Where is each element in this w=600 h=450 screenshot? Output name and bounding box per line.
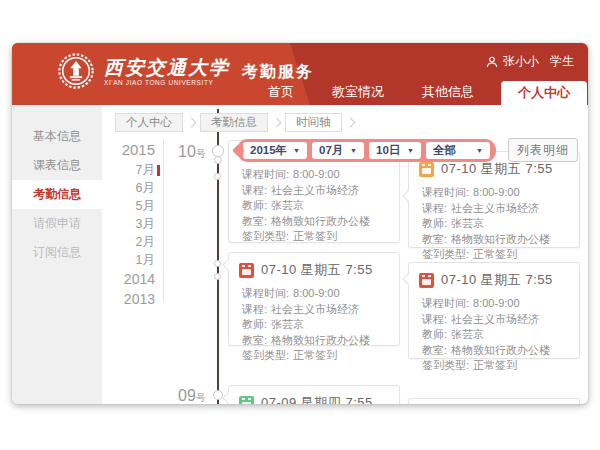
chevron-right-icon xyxy=(272,118,282,128)
field-value: 格物致知行政办公楼 xyxy=(451,233,550,245)
field-label: 教室: xyxy=(422,233,447,245)
type-dropdown[interactable]: 全部 ▼ xyxy=(426,142,490,159)
field-value: 正常签到 xyxy=(293,230,337,242)
field-value: 8:00-9:00 xyxy=(293,287,339,299)
field-value: 张芸京 xyxy=(451,328,484,340)
timeline-month-may[interactable]: 5月 xyxy=(70,197,155,215)
field-value: 格物致知行政办公楼 xyxy=(271,334,370,346)
chevron-down-icon: ▼ xyxy=(350,147,357,154)
field-label: 签到类型: xyxy=(242,349,289,361)
card-fields: 课程时间:8:00-9:00 课程:社会主义市场经济 教师:张芸京 教室:格物致… xyxy=(229,282,399,372)
calendar-icon xyxy=(239,396,254,405)
breadcrumb-timeline[interactable]: 时间轴 xyxy=(285,113,342,132)
field-label: 签到类型: xyxy=(422,248,469,260)
day-label-09: 09号 xyxy=(178,387,206,404)
timeline-month-jan[interactable]: 1月 xyxy=(70,251,155,269)
field-label: 课程时间: xyxy=(242,168,289,180)
timeline-node-dot xyxy=(214,273,221,280)
attendance-card: 07-10 星期五 7:55 课程时间:8:00-9:00 课程:社会主义市场经… xyxy=(408,262,580,359)
attendance-card: 07-10 星期五 7:55 课程时间:8:00-9:00 课程:社会主义市场经… xyxy=(408,151,580,248)
attendance-card-partial xyxy=(408,398,580,404)
university-name-en: XI'AN JIAO TONG UNIVERSITY xyxy=(104,79,230,86)
timeline-node-dot xyxy=(213,390,223,400)
timeline-year-2013[interactable]: 2013 xyxy=(70,289,155,309)
attendance-card: 07-09 星期四 7:55 xyxy=(228,385,400,404)
timeline-node-dot xyxy=(214,173,221,180)
field-label: 课程: xyxy=(422,202,447,214)
app-window: 西安交通大学 XI'AN JIAO TONG UNIVERSITY 考勤服务 张… xyxy=(12,43,588,404)
chevron-down-icon: ▼ xyxy=(476,147,483,154)
timeline-month-feb[interactable]: 2月 xyxy=(70,233,155,251)
field-label: 教室: xyxy=(422,344,447,356)
field-value: 社会主义市场经济 xyxy=(271,184,359,196)
card-date-title: 07-09 星期四 7:55 xyxy=(261,394,373,404)
field-label: 教室: xyxy=(242,334,267,346)
timeline-month-jul[interactable]: 7月 xyxy=(70,161,155,179)
nav-home[interactable]: 首页 xyxy=(249,79,313,105)
chevron-down-icon: ▼ xyxy=(407,147,414,154)
field-value: 社会主义市场经济 xyxy=(271,303,359,315)
month-value: 07月 xyxy=(319,143,343,158)
field-label: 教师: xyxy=(422,328,447,340)
field-label: 课程: xyxy=(422,313,447,325)
field-value: 8:00-9:00 xyxy=(473,186,519,198)
field-label: 教师: xyxy=(242,318,267,330)
breadcrumb: 个人中心 考勤信息 时间轴 xyxy=(115,113,359,132)
field-label: 签到类型: xyxy=(242,230,289,242)
user-name: 张小小 xyxy=(503,53,539,70)
field-value: 正常签到 xyxy=(293,349,337,361)
list-detail-button[interactable]: 列表明细 xyxy=(508,138,578,162)
attendance-card: 07-10 星期五 7:55 课程时间:8:00-9:00 课程:社会主义市场经… xyxy=(228,252,400,346)
field-label: 课程时间: xyxy=(422,186,469,198)
current-month-marker xyxy=(157,165,160,176)
field-value: 格物致知行政办公楼 xyxy=(271,215,370,227)
timeline-node-dot xyxy=(214,156,222,164)
main-nav: 首页 教室情况 其他信息 个人中心 xyxy=(249,79,587,105)
chevron-right-icon xyxy=(345,118,355,128)
day-unit: 号 xyxy=(196,148,206,159)
card-header: 07-09 星期四 7:55 xyxy=(229,386,399,404)
timeline-year-2014[interactable]: 2014 xyxy=(70,269,155,289)
field-value: 张芸京 xyxy=(271,318,304,330)
brand-text: 西安交通大学 XI'AN JIAO TONG UNIVERSITY xyxy=(104,57,230,86)
card-header: 07-10 星期五 7:55 xyxy=(229,253,399,282)
card-fields: 课程时间:8:00-9:00 课程:社会主义市场经济 教师:张芸京 教室:格物致… xyxy=(409,181,579,271)
calendar-icon xyxy=(419,273,434,288)
app-header: 西安交通大学 XI'AN JIAO TONG UNIVERSITY 考勤服务 张… xyxy=(12,43,588,105)
chevron-down-icon: ▼ xyxy=(293,147,300,154)
breadcrumb-attendance-info[interactable]: 考勤信息 xyxy=(200,113,268,132)
day-label-10: 10号 xyxy=(178,143,206,161)
day-unit: 号 xyxy=(196,392,206,403)
user-info[interactable]: 张小小 学生 xyxy=(486,53,574,70)
timeline-scale: 2015 7月 6月 5月 3月 2月 1月 2014 2013 xyxy=(70,138,155,309)
timeline-month-jun[interactable]: 6月 xyxy=(70,179,155,197)
nav-classroom-status[interactable]: 教室情况 xyxy=(313,79,403,105)
timeline-month-mar[interactable]: 3月 xyxy=(70,215,155,233)
field-value: 8:00-9:00 xyxy=(473,297,519,309)
field-label: 课程: xyxy=(242,184,267,196)
university-name-cn: 西安交通大学 xyxy=(104,57,230,79)
field-label: 教师: xyxy=(422,217,447,229)
nav-other-info[interactable]: 其他信息 xyxy=(403,79,493,105)
field-value: 张芸京 xyxy=(271,199,304,211)
month-dropdown[interactable]: 07月 ▼ xyxy=(312,142,364,159)
calendar-icon xyxy=(239,263,254,278)
day-number: 09 xyxy=(178,387,196,404)
card-date-title: 07-10 星期五 7:55 xyxy=(441,271,553,289)
breadcrumb-personal-center[interactable]: 个人中心 xyxy=(115,113,183,132)
field-value: 社会主义市场经济 xyxy=(451,202,539,214)
user-role: 学生 xyxy=(550,53,574,70)
field-value: 社会主义市场经济 xyxy=(451,313,539,325)
xjtu-emblem-icon xyxy=(57,52,95,90)
screenshot-stage: 西安交通大学 XI'AN JIAO TONG UNIVERSITY 考勤服务 张… xyxy=(0,0,600,450)
field-label: 签到类型: xyxy=(422,359,469,371)
nav-personal-center-tab[interactable]: 个人中心 xyxy=(501,81,587,105)
day-dropdown[interactable]: 10日 ▼ xyxy=(369,142,421,159)
year-dropdown[interactable]: 2015年 ▼ xyxy=(243,142,307,159)
timeline-year-2015[interactable]: 2015 xyxy=(70,138,155,161)
scale-divider xyxy=(163,140,164,302)
year-value: 2015年 xyxy=(250,143,287,158)
calendar-icon xyxy=(419,162,434,177)
day-number: 10 xyxy=(178,143,196,160)
card-date-title: 07-10 星期五 7:55 xyxy=(261,261,373,279)
